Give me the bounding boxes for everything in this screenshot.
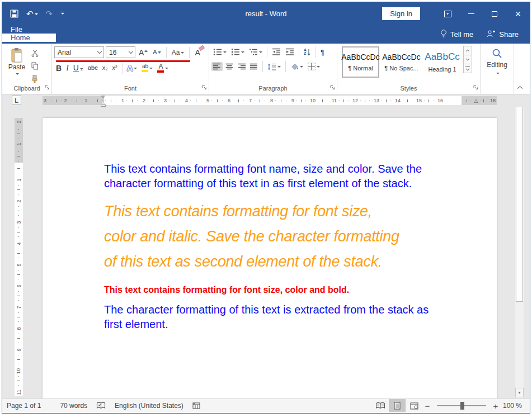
vertical-ruler[interactable]: 21 1234567891011 — [15, 118, 23, 396]
styles-dialog-launcher-icon[interactable] — [473, 83, 478, 92]
style-name: ¶ No Spac... — [384, 65, 418, 72]
bullets-icon[interactable] — [211, 47, 228, 57]
quick-access-toolbar: ↶ ↷ — [2, 10, 64, 18]
font-color-button[interactable]: A — [156, 62, 170, 74]
style-gallery-item[interactable]: AaBbCcDc ¶ No Spac... — [383, 46, 420, 78]
subscript-button[interactable]: x₂ — [101, 64, 110, 72]
customize-qat-icon[interactable] — [60, 12, 64, 16]
scrollbar-thumb[interactable] — [516, 107, 523, 302]
numbering-icon[interactable] — [229, 47, 246, 57]
style-gallery-item[interactable]: AaBbCc Heading 1 — [423, 46, 461, 78]
font-name-combo[interactable]: Arial — [54, 46, 104, 58]
paragraph-dialog-launcher-icon[interactable] — [330, 83, 335, 92]
multilevel-list-icon[interactable] — [247, 47, 264, 57]
align-left-icon[interactable] — [211, 62, 223, 71]
change-case-button[interactable]: Aa — [170, 48, 186, 57]
cut-icon[interactable] — [29, 48, 40, 58]
macro-record-icon[interactable] — [188, 402, 205, 409]
font-size-combo[interactable]: 16 — [106, 46, 135, 58]
clipboard-dialog-launcher-icon[interactable] — [45, 83, 50, 92]
save-icon[interactable] — [10, 10, 18, 18]
highlight-color-button[interactable]: ab — [140, 63, 154, 73]
zoom-out-button[interactable]: − — [422, 401, 432, 411]
undo-icon[interactable]: ↶ — [26, 10, 38, 18]
ruler-cell: △ — [462, 96, 479, 105]
zoom-slider[interactable] — [437, 405, 486, 406]
hanging-indent-marker[interactable] — [101, 99, 105, 104]
underline-button[interactable]: U — [72, 63, 85, 73]
superscript-button[interactable]: x² — [110, 64, 119, 72]
ruler-cell: 5 — [189, 96, 210, 105]
show-hide-pilcrow-icon[interactable]: ¶ — [319, 47, 326, 58]
document-page[interactable]: This text contains formatting font name,… — [43, 118, 497, 398]
ribbon-tab[interactable]: File — [2, 25, 56, 34]
zoom-level[interactable]: 100 % — [501, 402, 530, 410]
align-right-icon[interactable] — [236, 62, 247, 71]
sign-in-button[interactable]: Sign in — [382, 7, 420, 20]
tab-selector[interactable]: L — [12, 96, 21, 105]
style-gallery-item[interactable]: AaBbCcDc ¶ Normal — [342, 46, 379, 78]
ruler-cell: 2 — [63, 96, 84, 105]
shrink-font-button[interactable]: A — [151, 48, 162, 56]
text-effects-button[interactable]: A — [125, 62, 139, 74]
styles-group-label: Styles — [337, 84, 480, 94]
read-mode-icon[interactable] — [372, 399, 389, 412]
proofing-icon[interactable] — [92, 402, 110, 410]
style-sample-text: AaBbCcDc — [382, 53, 420, 61]
styles-more-icon[interactable] — [463, 64, 472, 73]
word-count[interactable]: 70 words — [55, 402, 92, 410]
close-button[interactable]: × — [506, 2, 530, 25]
justify-icon[interactable] — [248, 62, 260, 71]
horizontal-ruler[interactable]: 321 12345678910111213141516 △18 — [43, 96, 497, 105]
tell-me-button[interactable]: Tell me — [435, 29, 479, 40]
italic-button[interactable]: I — [64, 63, 70, 73]
collapse-ribbon-icon[interactable] — [517, 82, 523, 92]
bold-button[interactable]: B — [54, 63, 63, 73]
styles-scroll-up-icon[interactable] — [463, 46, 472, 55]
document-paragraph[interactable]: This text contains formatting for font s… — [104, 284, 467, 296]
ribbon-tab[interactable]: Home — [2, 34, 56, 42]
editing-button[interactable]: Editing — [483, 46, 511, 76]
minimize-button[interactable] — [459, 2, 483, 25]
zoom-slider-thumb[interactable] — [460, 402, 464, 410]
undo-dropdown-caret[interactable] — [35, 13, 38, 17]
page-indicator[interactable]: Page 1 of 1 — [2, 402, 45, 410]
ruler-cell: 16 — [423, 96, 444, 105]
clipboard-group-label: Clipboard — [2, 84, 51, 94]
increase-indent-icon[interactable] — [284, 47, 296, 57]
web-layout-icon[interactable] — [406, 399, 422, 412]
line-spacing-icon[interactable] — [266, 62, 283, 72]
document-paragraph[interactable]: This text contains formatting font name,… — [104, 162, 467, 191]
decrease-indent-icon[interactable] — [270, 47, 283, 57]
language-indicator[interactable]: English (United States) — [110, 402, 188, 410]
ruler-cell: 10 — [15, 354, 23, 375]
print-layout-icon[interactable] — [389, 399, 406, 412]
copy-icon[interactable] — [29, 61, 40, 71]
clear-formatting-button[interactable]: A — [193, 48, 201, 58]
document-paragraph[interactable]: The character formatting of this text is… — [104, 302, 467, 331]
styles-scroll-down-icon[interactable] — [463, 55, 472, 64]
font-dialog-launcher-icon[interactable] — [202, 83, 207, 92]
ribbon-display-options-icon[interactable] — [436, 2, 459, 25]
scroll-down-icon[interactable]: ▼ — [515, 388, 524, 397]
style-sample-text: AaBbCc — [425, 51, 459, 63]
vertical-scrollbar[interactable]: ▲ ▼ — [515, 107, 524, 398]
paste-button[interactable]: Paste — [4, 46, 29, 84]
strikethrough-button[interactable]: abc — [86, 64, 100, 72]
ruler-cell: 6 — [15, 269, 23, 290]
document-paragraph[interactable]: This text contains formatting for font s… — [104, 199, 467, 274]
format-painter-icon[interactable] — [29, 74, 40, 84]
grow-font-button[interactable]: A — [137, 48, 149, 58]
borders-icon[interactable] — [306, 61, 322, 72]
share-button[interactable]: Share — [481, 30, 524, 39]
align-center-icon[interactable] — [224, 62, 235, 71]
maximize-button[interactable] — [483, 2, 506, 25]
zoom-in-button[interactable]: + — [491, 401, 501, 411]
ruler-cell: 9 — [15, 332, 23, 354]
sort-icon[interactable]: AZ — [302, 48, 313, 57]
shading-icon[interactable] — [289, 62, 305, 72]
share-label: Share — [499, 30, 519, 39]
ruler-cell: 10 — [295, 96, 317, 105]
style-name: ¶ Normal — [348, 65, 373, 72]
paste-dropdown-caret[interactable] — [16, 73, 19, 77]
